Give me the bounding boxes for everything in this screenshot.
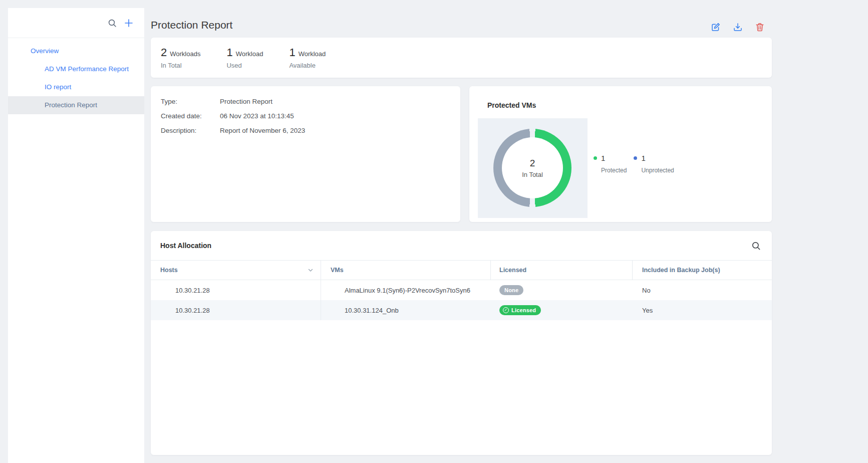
legend-protected-value: 1 [601,154,605,162]
column-header-label: VMs [331,267,344,274]
detail-label: Type: [161,97,220,106]
stat-available: 1 Workload Available [289,46,326,69]
license-status-badge: None [499,285,523,295]
add-report-icon[interactable] [124,19,133,28]
detail-row-created-date: Created date: 06 Nov 2023 at 10:13:45 [161,112,450,121]
stat-available-value: 1 [289,46,295,59]
stat-used-caption: Used [226,62,263,69]
sidebar-item-io-report[interactable]: IO report [8,78,144,96]
cell-host: 10.30.21.28 [151,300,321,320]
stat-used: 1 Workload Used [226,46,263,69]
donut-center-value: 2 [530,158,535,169]
stat-total-caption: In Total [161,62,200,69]
report-nav: Overview AD VM Performance Report IO rep… [8,38,144,114]
donut-center: 2 In Total [502,137,563,198]
donut-chart: 2 In Total [493,129,571,207]
cell-included-in-backup: Yes [633,300,772,320]
table-search-icon[interactable] [751,241,761,251]
protected-vms-title: Protected VMs [487,101,536,109]
cell-licensed: ✓ Licensed [491,300,633,320]
legend-protected-label: Protected [601,167,627,174]
edit-report-icon[interactable] [711,22,721,32]
page-title: Protection Report [151,19,232,31]
donut-center-label: In Total [522,171,543,178]
delete-report-icon[interactable] [755,22,765,32]
chart-legend: 1 Protected 1 Unprotected [594,154,674,174]
sidebar: Overview AD VM Performance Report IO rep… [8,8,144,463]
stat-used-unit: Workload [236,50,263,58]
sidebar-item-ad-vm-performance-report[interactable]: AD VM Performance Report [8,60,144,78]
detail-row-type: Type: Protection Report [161,97,450,106]
column-header-vms: VMs [321,261,491,280]
stat-total: 2 Workloads In Total [161,46,200,69]
report-details-card: Type: Protection Report Created date: 06… [151,86,460,222]
page-actions [711,22,765,32]
legend-item-unprotected: 1 Unprotected [634,154,674,174]
cell-vm: AlmaLinux 9.1(Syn6)-P2VrecovSyn7toSyn6 [321,280,491,300]
column-header-label: Licensed [499,267,526,274]
cell-host: 10.30.21.28 [151,280,321,300]
table-header-row: Hosts VMs Licensed Included in Backup Jo… [151,260,772,280]
cell-licensed: None [491,280,633,300]
host-allocation-card: Host Allocation Hosts VMs Licensed Inclu… [151,231,772,455]
host-allocation-title: Host Allocation [160,242,211,250]
column-header-hosts[interactable]: Hosts [151,261,321,280]
stat-total-unit: Workloads [170,50,200,58]
protected-dot-icon [594,156,597,160]
check-circle-icon: ✓ [503,307,509,313]
chevron-down-icon[interactable] [308,267,314,273]
stat-total-value: 2 [161,46,167,59]
legend-unprotected-value: 1 [641,154,645,162]
search-icon[interactable] [108,19,117,28]
detail-row-description: Description: Report of November 6, 2023 [161,126,450,135]
cell-included-in-backup: No [633,280,772,300]
license-status-badge: ✓ Licensed [499,305,541,315]
sidebar-item-protection-report[interactable]: Protection Report [8,96,144,114]
table-row[interactable]: 10.30.21.28 10.30.31.124_Onb ✓ Licensed … [151,300,772,320]
column-header-label: Included in Backup Job(s) [642,267,720,274]
detail-value: Protection Report [220,97,272,106]
detail-label: Description: [161,126,220,135]
stat-available-unit: Workload [299,50,326,58]
protected-vms-card: Protected VMs 2 In Total 1 Protected 1 U… [469,86,772,222]
column-header-included-in-backup-jobs: Included in Backup Job(s) [633,261,772,280]
legend-unprotected-label: Unprotected [641,167,674,174]
protected-vms-chart-panel: 2 In Total [478,118,588,218]
sidebar-header [8,8,144,38]
detail-value: 06 Nov 2023 at 10:13:45 [220,112,294,121]
download-report-icon[interactable] [733,22,743,32]
legend-item-protected: 1 Protected [594,154,627,174]
sidebar-item-overview[interactable]: Overview [8,42,144,60]
stat-used-value: 1 [226,46,232,59]
detail-label: Created date: [161,112,220,121]
workload-stats-card: 2 Workloads In Total 1 Workload Used 1 W… [151,38,772,78]
table-row[interactable]: 10.30.21.28 AlmaLinux 9.1(Syn6)-P2Vrecov… [151,280,772,300]
host-allocation-header: Host Allocation [151,231,772,260]
column-header-licensed: Licensed [491,261,633,280]
unprotected-dot-icon [634,156,637,160]
column-header-label: Hosts [160,267,178,274]
stat-available-caption: Available [289,62,326,69]
detail-value: Report of November 6, 2023 [220,126,305,135]
cell-vm: 10.30.31.124_Onb [321,300,491,320]
